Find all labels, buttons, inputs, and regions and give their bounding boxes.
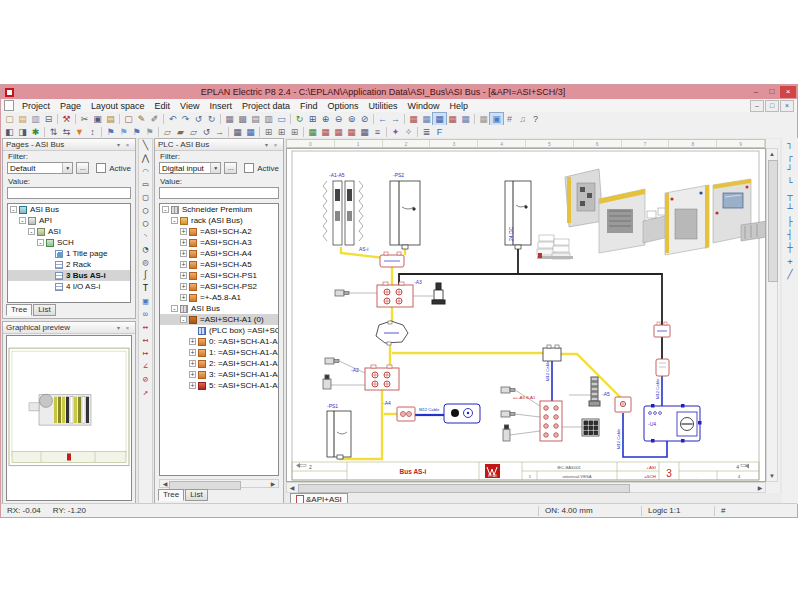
menu-item[interactable]: Window [403, 101, 445, 111]
tree-item[interactable]: - API [8, 215, 130, 226]
tree-item[interactable]: + =ASI+SCH-A3 [160, 237, 278, 248]
plc-tree-hscrollbar[interactable]: ◀ ▶ [159, 479, 279, 488]
panel-tab[interactable]: List [185, 489, 207, 501]
rotate-icon[interactable]: ↺ [200, 126, 213, 138]
pen-icon[interactable]: ✎ [135, 113, 148, 125]
tree-item[interactable]: + 3: =ASI+SCH-A1-A4 [160, 369, 278, 380]
grid-size-icon[interactable]: # [503, 113, 516, 125]
plc-overview-icon[interactable]: ▦ [306, 126, 319, 138]
export-icon[interactable]: → [213, 126, 226, 138]
angle-up-right-icon[interactable]: └ [784, 177, 797, 190]
t-node-left-icon[interactable]: ┤ [784, 229, 797, 242]
plc-value-input[interactable] [159, 187, 279, 199]
mdi-close-button[interactable]: × [780, 100, 794, 112]
chevron-down-icon[interactable]: ▼ [210, 163, 220, 173]
messages-icon[interactable]: ≣ [420, 126, 433, 138]
tree-item[interactable]: + 1: =ASI+SCH-A1-A2 [160, 347, 278, 358]
panel-close-icon[interactable]: × [123, 142, 132, 148]
arc-3point-icon[interactable]: ◝ [139, 230, 152, 243]
dim-angle-icon[interactable]: ∠ [139, 360, 152, 373]
mdi-minimize-button[interactable]: – [750, 100, 764, 112]
tree-item[interactable]: - SCH [8, 237, 130, 248]
plc-io-icon[interactable]: ▦ [319, 126, 332, 138]
cross-junction-icon[interactable]: ┼ [784, 242, 797, 255]
pages-tree[interactable]: - ASI Bus - API - ASI - SCH [7, 203, 131, 303]
filter-browse-button[interactable]: ... [76, 162, 89, 174]
terminal2-icon[interactable]: ⊞ [275, 126, 288, 138]
snap-icon[interactable]: ▣ [490, 113, 503, 125]
panel-pin-icon[interactable]: ▾ [114, 141, 123, 148]
canvas-hscrollbar[interactable]: ◀ ▶ [286, 482, 766, 493]
filter-browse-button[interactable]: ... [224, 162, 237, 174]
table-icon[interactable]: ▦ [231, 126, 244, 138]
goto-counterpart-icon[interactable]: ⇆ [60, 126, 73, 138]
leader-icon[interactable]: ↗ [139, 386, 152, 399]
find-icon[interactable]: F [433, 126, 446, 138]
polyline-icon[interactable]: ⋀ [139, 152, 152, 165]
angle-down-right-icon[interactable]: ┌ [784, 151, 797, 164]
image-icon[interactable]: ▣ [139, 295, 152, 308]
tree-item[interactable]: - ASI [8, 226, 130, 237]
tree-item[interactable]: + =ASI+SCH-PS1 [160, 270, 278, 281]
dim-radius-icon[interactable]: ⊘ [139, 373, 152, 386]
refresh-icon[interactable]: ↻ [293, 113, 306, 125]
close-button[interactable]: × [780, 86, 796, 98]
paste-icon[interactable]: ▤ [104, 113, 117, 125]
graphic-editor-icon[interactable]: ▦ [433, 113, 446, 125]
menu-item[interactable]: Project [17, 101, 55, 111]
tree-item[interactable]: + 5: =ASI+SCH-A1-A5 (ASI Bus) [160, 380, 278, 391]
forward-icon[interactable]: → [389, 113, 402, 125]
interconnect-icon[interactable]: ▦ [358, 126, 371, 138]
text-icon[interactable]: T [139, 282, 152, 295]
ellipse-icon[interactable]: ◯ [139, 217, 152, 230]
tree-item[interactable]: + 2: =ASI+SCH-A1-A3 [160, 358, 278, 369]
panel-close-icon[interactable]: × [271, 142, 280, 148]
window-tile-icon[interactable]: ▦ [223, 113, 236, 125]
scrollbar-thumb[interactable] [768, 160, 778, 282]
dim-continued-icon[interactable]: ↤ [139, 334, 152, 347]
restore-button[interactable]: □ [764, 86, 780, 98]
menu-item[interactable]: Edit [150, 101, 176, 111]
new-page-icon[interactable]: ▢ [3, 113, 16, 125]
clip-cut-icon[interactable]: ▰ [174, 126, 187, 138]
sort-icon[interactable]: ↕ [86, 126, 99, 138]
zoom-in-icon[interactable]: ⊕ [319, 113, 332, 125]
menu-item[interactable]: Insert [204, 101, 237, 111]
clip-paste-icon[interactable]: ▱ [187, 126, 200, 138]
plc-navigator-icon[interactable]: ▦ [446, 113, 459, 125]
tree-item[interactable]: - ASI Bus [160, 303, 278, 314]
tree-item[interactable]: - Schneider Premium [160, 204, 278, 215]
cut-icon[interactable]: ✂ [78, 113, 91, 125]
insert-macro-icon[interactable]: ✦ [389, 126, 402, 138]
undo-icon[interactable]: ↶ [166, 113, 179, 125]
tree-item[interactable]: + =ASI+SCH-A5 [160, 259, 278, 270]
undo-list-icon[interactable]: ↺ [192, 113, 205, 125]
scroll-up-icon[interactable]: ▲ [767, 149, 777, 159]
t-node-right-icon[interactable]: ├ [784, 216, 797, 229]
back-icon[interactable]: ← [376, 113, 389, 125]
connection-point-icon[interactable]: + [784, 255, 797, 268]
menu-item[interactable]: View [175, 101, 204, 111]
schematic-canvas[interactable]: -A1-A5 -PS2 AS-i -A3 -A2 -PS1 -A4 -A5 -U… [286, 148, 766, 482]
canvas-vscrollbar[interactable]: ▲ ▼ [766, 148, 778, 482]
menu-item[interactable]: Utilities [364, 101, 403, 111]
hyperlink-icon[interactable]: ∞ [139, 308, 152, 321]
bookmark4-icon[interactable]: ⚑ [143, 126, 156, 138]
fullscreen-icon[interactable]: ▭ [275, 113, 288, 125]
copy-icon[interactable]: ▣ [91, 113, 104, 125]
minimize-button[interactable]: – [748, 86, 764, 98]
layout-space-icon[interactable]: ▥ [262, 113, 275, 125]
arc-icon[interactable]: ◠ [139, 165, 152, 178]
menu-item[interactable]: Project data [237, 101, 295, 111]
mdi-restore-button[interactable]: □ [765, 100, 779, 112]
menu-item[interactable]: Find [295, 101, 323, 111]
sync-selection-icon[interactable]: ⇅ [47, 126, 60, 138]
print-icon[interactable]: ⊟ [42, 113, 55, 125]
plc-tree[interactable]: - Schneider Premium - rack (ASI Bus) + =… [159, 203, 279, 476]
angle-down-left-icon[interactable]: ┐ [784, 138, 797, 151]
tree-item[interactable]: - rack (ASI Bus) [160, 215, 278, 226]
grid-icon[interactable]: ▦ [477, 113, 490, 125]
bookmark3-icon[interactable]: ⚑ [130, 126, 143, 138]
window-cascade-icon[interactable]: ▩ [236, 113, 249, 125]
page-preview-icon[interactable]: ▤ [249, 113, 262, 125]
